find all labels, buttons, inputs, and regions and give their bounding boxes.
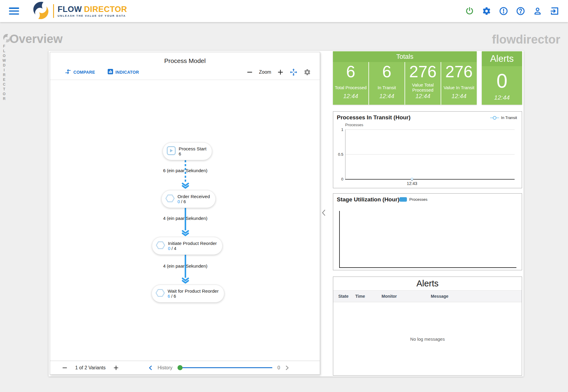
process-model-panel: Process Model COMPARE: [50, 52, 320, 375]
legend-label: In Transit: [501, 115, 517, 120]
line-marker-icon: [490, 116, 499, 120]
totals-panel: Totals 6 Total Processed 12:44 6 In Tran…: [333, 51, 477, 105]
history-slider-knob[interactable]: [178, 365, 183, 370]
y-axis: [339, 211, 340, 268]
edge-label: 4 (ein paar Sekunden): [141, 263, 230, 268]
alerts-count: 0: [482, 70, 522, 91]
settings-icon[interactable]: [482, 7, 491, 16]
brand-swirl-icon: [32, 1, 50, 21]
menu-icon[interactable]: [9, 7, 19, 15]
chart-legend: In Transit: [490, 115, 517, 120]
history-slider-track[interactable]: [180, 367, 272, 368]
alerts-table-title: Alerts: [333, 277, 522, 290]
data-point: [411, 178, 413, 180]
column-time: Time: [355, 294, 365, 299]
value-total-processed-value: 276: [409, 63, 437, 81]
process-model-title: Process Model: [50, 52, 320, 64]
chart-title: Processes In Transit (Hour): [337, 114, 410, 121]
variant-prev-icon[interactable]: [62, 365, 67, 371]
history-forward-icon[interactable]: [285, 365, 289, 371]
process-model-toolbar: COMPARE INDICATOR Zoom: [50, 64, 320, 80]
legend-label: Processes: [409, 197, 427, 202]
history-back-icon[interactable]: [148, 365, 152, 371]
indicator-button[interactable]: INDICATOR: [108, 69, 139, 75]
bar-swatch-icon: [399, 197, 407, 202]
app-bar: FLOWDIRECTOR UNLEASH THE VALUE OF YOUR D…: [0, 0, 568, 22]
value-total-processed-time: 12:44: [415, 93, 430, 100]
totals-cell-value-in-transit: 276 Value In Transit 12:44: [441, 62, 477, 105]
node-order-received[interactable]: Order Received 0/6: [161, 190, 216, 208]
dashboard-content: Process Model COMPARE: [49, 51, 524, 376]
node-count: 0/4: [168, 246, 217, 251]
empty-table-message: No log messages: [333, 337, 522, 342]
alerts-time: 12:44: [482, 94, 522, 101]
gridline: [345, 129, 515, 130]
alert-circle-icon[interactable]: [499, 7, 508, 16]
node-count: 6: [179, 152, 206, 157]
value-total-processed-label: Value Total Processed: [405, 82, 441, 92]
hexagon-icon: [155, 288, 165, 299]
in-transit-label: In Transit: [376, 82, 397, 92]
pan-icon[interactable]: [290, 68, 297, 76]
column-state: State: [338, 294, 348, 299]
node-count: 6/6: [168, 294, 219, 299]
page-title: Overview: [10, 32, 63, 46]
history-slider[interactable]: [178, 365, 272, 371]
processes-in-transit-chart: Processes In Transit (Hour) In Transit P…: [333, 111, 522, 188]
hexagon-icon: [156, 240, 165, 251]
totals-cell-total-processed: 6 Total Processed 12:44: [333, 62, 368, 105]
totals-cell-in-transit: 6 In Transit 12:44: [368, 62, 405, 105]
chart-title: Stage Utilization (Hour): [337, 196, 399, 203]
power-icon[interactable]: [465, 7, 474, 16]
node-wait-for-product-reorder[interactable]: Wait for Product Reorder 6/6: [152, 285, 224, 303]
chart-legend: Processes: [399, 197, 427, 202]
alerts-table-panel: Alerts State Time Monitor Message No log…: [333, 277, 522, 376]
in-transit-value: 6: [382, 63, 391, 81]
brand-tagline: UNLEASH THE VALUE OF YOUR DATA: [58, 14, 127, 17]
y-tick: 0: [334, 177, 343, 181]
value-in-transit-value: 276: [445, 63, 473, 81]
y-tick: 1: [334, 127, 343, 132]
indicator-label: INDICATOR: [115, 70, 139, 75]
totals-cell-value-total-processed: 276 Value Total Processed 12:44: [405, 62, 441, 105]
help-circle-icon[interactable]: [516, 7, 525, 16]
x-axis: [339, 267, 516, 268]
history-value: 0: [277, 365, 280, 371]
totals-title: Totals: [333, 51, 477, 62]
gridline: [345, 154, 515, 155]
canvas-settings-icon[interactable]: [304, 69, 311, 76]
total-processed-value: 6: [346, 63, 355, 81]
stage-utilization-chart: Stage Utilization (Hour) Processes: [333, 193, 522, 270]
brand-divider: [53, 4, 54, 18]
process-model-footer: 1 of 2 Variants History 0: [50, 361, 320, 374]
alerts-summary-title: Alerts: [482, 51, 522, 66]
zoom-out-icon[interactable]: [247, 69, 253, 75]
node-process-start[interactable]: Process Start 6: [163, 142, 212, 160]
node-initiate-product-reorder[interactable]: Initiate Product Reorder 0/4: [152, 237, 223, 255]
arrowhead-icon: [182, 230, 189, 237]
total-processed-label: Total Processed: [334, 82, 368, 92]
node-label: Process Start: [179, 146, 206, 152]
x-tick: 12:43: [397, 181, 427, 186]
watermark-text: flowdirector: [492, 33, 560, 46]
variant-next-icon[interactable]: [113, 365, 119, 371]
column-message: Message: [431, 294, 448, 299]
indicator-icon: [108, 69, 113, 75]
node-label: Wait for Product Reorder: [168, 288, 219, 294]
zoom-in-icon[interactable]: [277, 69, 283, 75]
history-label: History: [158, 365, 172, 371]
value-in-transit-label: Value In Transit: [442, 82, 476, 92]
user-icon[interactable]: [533, 7, 542, 16]
collapse-panel-icon[interactable]: [322, 209, 326, 217]
alerts-summary-panel: Alerts 0 12:44: [482, 51, 522, 105]
compare-button[interactable]: COMPARE: [65, 69, 95, 75]
hexagon-icon: [165, 194, 175, 204]
node-label: Initiate Product Reorder: [168, 240, 217, 246]
column-monitor: Monitor: [382, 294, 397, 299]
y-axis: [345, 129, 345, 179]
logout-icon[interactable]: [550, 7, 559, 16]
node-label: Order Received: [178, 194, 210, 199]
variants-label: 1 of 2 Variants: [75, 365, 106, 371]
edge-label: 4 (ein paar Sekunden): [141, 216, 230, 221]
y-tick: 0.5: [334, 152, 343, 157]
